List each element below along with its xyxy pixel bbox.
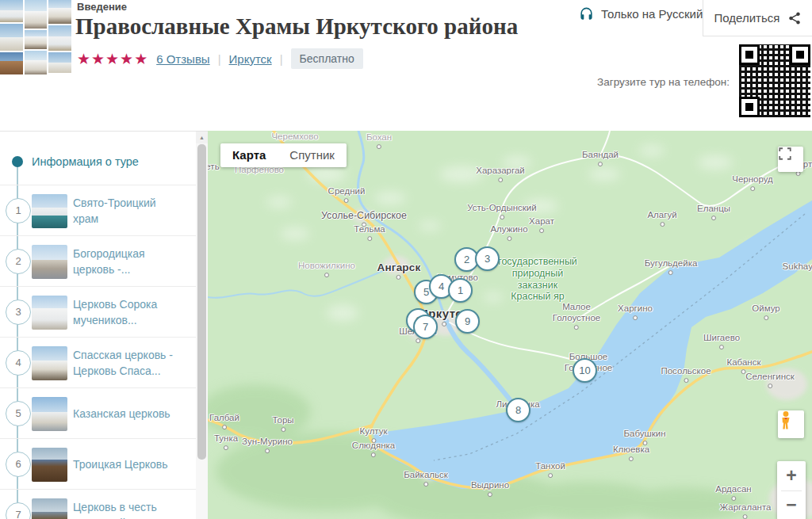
step-number: 5: [6, 401, 31, 426]
fullscreen-button[interactable]: [778, 147, 803, 172]
zoom-out-button[interactable]: −: [777, 490, 806, 519]
satellite-view-button[interactable]: Спутник: [278, 143, 347, 167]
scrollbar-thumb[interactable]: [197, 144, 206, 460]
reviews-link[interactable]: 6 Отзывы: [156, 52, 209, 66]
step-number: 7: [6, 502, 31, 519]
sidebar-item[interactable]: 6Троицкая Церковь: [0, 439, 196, 490]
free-badge: Бесплатно: [291, 48, 363, 69]
map-marker-1[interactable]: 1: [448, 278, 473, 303]
city-link[interactable]: Иркутск: [229, 52, 272, 66]
step-number: 1: [6, 198, 31, 223]
item-label: Казанская церковь: [73, 405, 182, 421]
divider: |: [280, 52, 283, 66]
map-artwork: [208, 131, 812, 519]
sidebar-item[interactable]: 3Церковь Сорока мучеников...: [0, 287, 196, 338]
item-thumbnail: [32, 346, 67, 380]
sidebar-item[interactable]: 2Богородицкая церковь -...: [0, 236, 196, 287]
sidebar-item[interactable]: 4Спасская церковь - Церковь Спаса...: [0, 338, 196, 388]
zoom-in-button[interactable]: +: [777, 461, 806, 490]
item-label: Спасская церковь - Церковь Спаса...: [73, 346, 182, 379]
sidebar-item[interactable]: 7Церковь в честь Казанской Иконы...: [0, 490, 196, 519]
download-hint: Загрузите тур на телефон:: [597, 76, 730, 88]
share-icon: [787, 11, 802, 25]
item-thumbnail: [32, 397, 67, 431]
item-thumbnail: [32, 498, 67, 519]
language-selector[interactable]: Только на Русский: [579, 6, 703, 21]
step-number: 3: [6, 300, 31, 325]
step-number: 6: [6, 452, 31, 477]
header: Введение Православные Храмы Иркутского р…: [0, 0, 812, 131]
item-label: Свято-Троицкий храм: [73, 194, 182, 227]
page-title: Православные Храмы Иркутского района: [75, 13, 518, 40]
step-number: 4: [6, 350, 31, 376]
sidebar-items: 1Свято-Троицкий храм2Богородицкая церков…: [0, 185, 196, 519]
item-label: Церковь Сорока мучеников...: [73, 296, 182, 328]
street-view-pegman[interactable]: [778, 410, 804, 438]
sidebar-scrollbar[interactable]: ▲: [196, 131, 208, 519]
tour-meta: ★★★★★ 6 Отзывы | Иркутск | Бесплатно: [77, 48, 363, 69]
sidebar-item[interactable]: 1Свято-Троицкий храм: [0, 185, 196, 236]
zoom-control: + −: [777, 461, 806, 519]
item-label: Богородицкая церковь -...: [73, 245, 182, 277]
item-thumbnail: [32, 194, 67, 228]
map-marker-8[interactable]: 8: [506, 398, 530, 422]
map-type-control: Карта Спутник: [220, 143, 347, 167]
collage-photo: [0, 0, 23, 22]
collage-photo: [48, 25, 71, 51]
collage-photo: [25, 51, 48, 74]
share-button[interactable]: Поделиться: [703, 0, 812, 36]
item-label: Церковь в честь Казанской Иконы...: [73, 498, 182, 519]
sidebar-overview[interactable]: Информация о туре: [0, 132, 196, 185]
divider: |: [218, 52, 221, 66]
star-rating: ★★★★★: [77, 52, 148, 67]
step-number: 2: [6, 249, 31, 274]
timeline-dot: [12, 156, 23, 167]
collage-photo: [48, 0, 71, 24]
item-thumbnail: [32, 448, 67, 482]
tour-stops-sidebar: Информация о туре 1Свято-Троицкий храм2Б…: [0, 131, 197, 519]
overview-label: Информация о туре: [32, 155, 139, 168]
collage-photo: [25, 30, 48, 49]
map-marker-10[interactable]: 10: [573, 358, 597, 383]
section-kicker: Введение: [77, 1, 127, 13]
share-label: Поделиться: [714, 11, 780, 25]
collage-photo: [0, 24, 23, 51]
map-marker-9[interactable]: 9: [455, 309, 480, 334]
sidebar-item[interactable]: 5Казанская церковь: [0, 388, 196, 439]
item-thumbnail: [32, 245, 67, 279]
item-thumbnail: [32, 296, 67, 330]
collage-photo: [0, 52, 23, 74]
map-canvas[interactable]: ЧеремховоБоханетьПарфеновоСреднийУсолье-…: [208, 131, 812, 519]
map-marker-3[interactable]: 3: [475, 246, 500, 271]
language-label: Только на Русский: [601, 7, 703, 21]
qr-code: [739, 44, 810, 117]
item-label: Троицкая Церковь: [73, 456, 182, 471]
headphones-icon: [579, 6, 594, 21]
map-view-button[interactable]: Карта: [220, 143, 278, 167]
collage-photo: [25, 0, 48, 29]
collage-photo: [48, 52, 71, 73]
tour-page: Введение Православные Храмы Иркутского р…: [0, 0, 812, 519]
scroll-up-arrow[interactable]: ▲: [196, 132, 208, 143]
tour-photo-collage: [0, 0, 71, 76]
map-marker-7[interactable]: 7: [413, 315, 438, 339]
